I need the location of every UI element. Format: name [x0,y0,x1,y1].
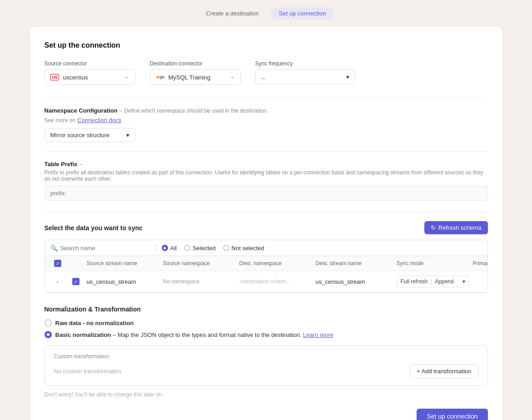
setup-card: Set up the connection Source connector U… [30,27,502,420]
card-title: Set up the connection [45,41,488,49]
prefix-title-row: Table Prefix – Prefix to prefix all dest… [45,161,488,182]
row-sync-mode-text: Full refresh | Append [401,278,454,285]
no-transform-text: No custom transformation [54,368,122,375]
prefix-dash: – [79,161,82,168]
learn-more-link[interactable]: Learn more [303,331,333,338]
sync-mode-chevron: ▾ [462,278,465,285]
custom-transform-inner: No custom transformation + Add transform… [54,364,478,378]
normalization-section: Normalization & Transformation Raw data … [45,306,488,398]
namespace-dropdown[interactable]: Mirror source structure ▾ [45,128,135,142]
sync-chevron-icon: ▾ [346,74,349,80]
table-prefix-section: Table Prefix – Prefix to prefix all dest… [45,161,488,201]
destination-connector-block: Destination connector My SQL MySQL Train… [150,60,241,85]
sync-frequency-label: Sync frequency [255,60,355,67]
row-chevron-cell[interactable]: › [50,279,65,284]
source-connector-label: Source connector [45,60,135,67]
sync-mode-append: Append [435,278,453,285]
select-data-section: Select the data you want to sync ↻ Refre… [45,221,488,293]
radio-selected[interactable]: Selected [184,245,216,252]
custom-transform-title: Custom transformation [54,353,478,360]
destination-arrow-icon: → [229,74,235,81]
normalization-title: Normalization & Transformation [45,306,488,313]
select-data-header: Select the data you want to sync ↻ Refre… [45,221,488,234]
radio-all-label: All [170,245,177,252]
refresh-schema-button[interactable]: ↻ Refresh schema [424,221,488,234]
namespace-dropdown-value: Mirror source structure [50,132,110,138]
header-stream-name: Source stream name [87,260,159,267]
namespace-link-row: See more on Connection docs [45,117,488,124]
header-checkbox-cell[interactable]: ✓ [50,260,65,267]
table-row: › ✓ us_census_stream No namespace <desti… [45,271,487,292]
namespace-title: Namespace Configuration [45,107,118,114]
add-transformation-button[interactable]: + Add transformation [410,364,478,378]
row-dest-stream-name: us_census_stream [316,278,393,285]
radio-selected-dot [184,245,190,251]
main-content: Set up the connection Source connector U… [16,27,516,420]
svg-text:SQL: SQL [160,75,164,79]
radio-not-selected-dot [223,245,229,251]
search-wrapper: 🔍 [50,245,150,252]
refresh-icon: ↻ [431,224,436,231]
header-dest-stream-name: Dest. stream name [316,260,393,267]
mysql-icon: My SQL [156,74,165,80]
namespace-dash: – [119,108,123,114]
destination-connector-label: Destination connector [150,60,241,67]
row-stream-name: us_census_stream [87,278,159,285]
table-header-row: ✓ Source stream name Source namespace De… [45,256,487,271]
sync-frequency-select[interactable]: ... ▾ [255,69,355,84]
radio-not-selected[interactable]: Not selected [223,245,264,252]
select-data-title: Select the data you want to sync [45,224,143,232]
source-connector-block: Source connector US uscensus → [45,60,135,85]
raw-data-label: Raw data - no normalization [55,320,134,326]
sync-mode-full-refresh: Full refresh [401,278,428,285]
search-input[interactable] [60,245,129,252]
step-1-nav[interactable]: Create a destination [198,7,267,20]
raw-data-radio [45,319,52,326]
row-dest-namespace: <destination schem... [239,278,312,285]
connectors-row: Source connector US uscensus → Destinati… [45,60,488,85]
destination-connector-name: MySQL Training [169,74,211,81]
source-connector-value[interactable]: US uscensus → [45,69,135,85]
prefix-desc: Prefix to prefix all destination tables … [45,169,488,182]
step-2-nav[interactable]: Set up connection [271,7,334,20]
namespace-title-row: Namespace Configuration – Define which n… [45,107,488,114]
radio-selected-label: Selected [193,245,216,252]
namespace-desc: Define which namespace should be used in… [124,108,268,114]
header-sync-mode: Sync mode [397,260,469,267]
streams-table: ✓ Source stream name Source namespace De… [45,256,488,293]
radio-all-dot [162,245,168,251]
basic-normalization-option[interactable]: Basic normalization – Map the JSON objec… [45,331,488,338]
filter-divider [156,244,156,252]
namespace-chevron-icon: ▾ [126,132,129,138]
header-dest-namespace: Dest. namespace [239,260,312,267]
namespace-section: Namespace Configuration – Define which n… [45,107,488,142]
prefix-title: Table Prefix [45,161,78,168]
row-expand-chevron[interactable]: › [57,279,59,284]
row-sync-mode-select[interactable]: Full refresh | Append ▾ [397,276,469,287]
section-divider-3 [45,212,488,212]
source-arrow-icon: → [123,74,129,81]
namespace-link[interactable]: Connection docs [77,117,121,124]
sync-frequency-value: ... [261,74,266,80]
header-source-namespace: Source namespace [163,260,236,267]
radio-group: All Selected Not selected [162,245,264,252]
radio-all[interactable]: All [162,245,177,252]
filter-row: 🔍 All Selected Not selected [45,240,488,256]
prefix-input[interactable] [45,186,488,201]
row-source-namespace: No namespace [163,278,236,285]
header-checkbox: ✓ [54,260,61,267]
destination-connector-value[interactable]: My SQL MySQL Training → [150,69,241,85]
custom-transform-box: Custom transformation No custom transfor… [45,346,488,386]
sync-mode-separator: | [431,278,433,285]
namespace-see-more: See more on [45,117,76,124]
sync-frequency-block: Sync frequency ... ▾ [255,60,355,84]
section-divider-2 [45,151,488,152]
row-checkbox-cell[interactable]: ✓ [69,278,83,285]
bottom-row: Set up connection [45,409,488,420]
radio-not-selected-label: Not selected [232,245,264,252]
dont-worry-text: Don't worry! You'll be able to change th… [45,391,488,398]
source-connector-name: uscensus [63,74,88,81]
setup-connection-button[interactable]: Set up connection [417,409,487,420]
raw-data-option[interactable]: Raw data - no normalization [45,319,488,326]
basic-normalization-radio [45,331,52,338]
